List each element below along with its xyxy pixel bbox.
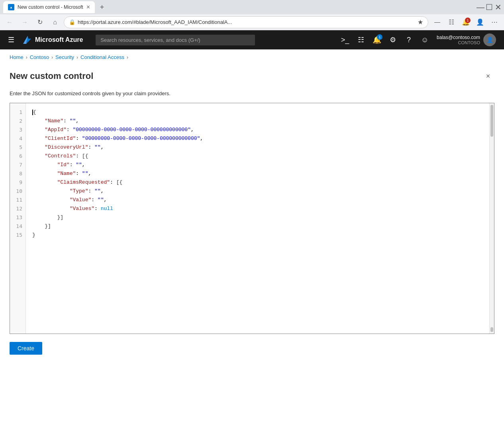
toolbar-actions: ⸻ ☷ 🔔 1 👤 ⋯ xyxy=(431,16,501,29)
breadcrumb-sep-2: › xyxy=(51,55,53,60)
azure-search[interactable] xyxy=(96,35,255,45)
line-numbers: 1 2 3 4 5 6 7 8 9 10 11 12 13 14 15 xyxy=(10,103,26,334)
browser-chrome: New custom control - Microsoft × + — ☐ ✕… xyxy=(0,0,504,30)
hamburger-menu-button[interactable]: ☰ xyxy=(5,32,18,47)
line-num-12: 12 xyxy=(10,204,25,213)
back-button[interactable]: ← xyxy=(3,16,16,29)
new-tab-button[interactable]: + xyxy=(96,2,108,13)
scroll-thumb-bottom xyxy=(490,327,493,332)
extensions-button[interactable]: ⸻ xyxy=(431,16,443,29)
line-num-7: 7 xyxy=(10,161,25,169)
more-button[interactable]: ⋯ xyxy=(488,16,501,29)
line-num-6: 6 xyxy=(10,152,25,161)
breadcrumb-conditional-access[interactable]: Conditional Access xyxy=(80,54,124,60)
directory-button[interactable]: ☷ xyxy=(354,33,368,47)
feedback-button[interactable]: ☺ xyxy=(418,33,432,47)
create-button[interactable]: Create xyxy=(10,342,42,355)
home-button[interactable]: ⌂ xyxy=(49,16,61,29)
azure-logo[interactable]: Microsoft Azure xyxy=(22,35,83,45)
main-content: Home › Contoso › Security › Conditional … xyxy=(0,49,504,428)
azure-logo-text: Microsoft Azure xyxy=(35,36,83,43)
url-text: https://portal.azure.com/#blade/Microsof… xyxy=(78,19,415,25)
bell-button[interactable]: 🔔 1 xyxy=(370,33,384,47)
line-num-5: 5 xyxy=(10,143,25,152)
header-right: >_ ☷ 🔔 1 ⚙ ? ☺ balas@contoso.com CONTOSO… xyxy=(338,32,499,48)
breadcrumb-sep-3: › xyxy=(76,55,78,60)
favicon-icon xyxy=(8,4,14,10)
user-text: balas@contoso.com CONTOSO xyxy=(437,35,480,45)
breadcrumb-sep-4: › xyxy=(127,55,128,60)
profile-button[interactable]: 👤 xyxy=(474,16,486,29)
cloud-shell-button[interactable]: >_ xyxy=(338,33,352,47)
line-num-3: 3 xyxy=(10,126,25,134)
address-bar[interactable]: 🔒 https://portal.azure.com/#blade/Micros… xyxy=(64,16,428,28)
lock-icon: 🔒 xyxy=(69,19,75,25)
scroll-thumb-top xyxy=(490,105,493,137)
tab-title: New custom control - Microsoft xyxy=(18,4,83,10)
breadcrumb-security[interactable]: Security xyxy=(55,54,74,60)
settings-button[interactable]: ⚙ xyxy=(386,33,400,47)
line-num-15: 15 xyxy=(10,231,25,240)
line-num-11: 11 xyxy=(10,196,25,204)
panel-title: New custom control xyxy=(10,71,93,81)
browser-tab[interactable]: New custom control - Microsoft × xyxy=(3,1,95,13)
breadcrumb-home[interactable]: Home xyxy=(10,54,24,60)
maximize-button[interactable]: ☐ xyxy=(486,4,492,10)
browser-toolbar: ← → ↻ ⌂ 🔒 https://portal.azure.com/#blad… xyxy=(0,14,504,30)
line-num-10: 10 xyxy=(10,187,25,196)
notif-badge: 1 xyxy=(465,18,471,23)
line-num-9: 9 xyxy=(10,178,25,187)
help-button[interactable]: ? xyxy=(402,33,416,47)
azure-logo-icon xyxy=(22,35,32,45)
azure-header: ☰ Microsoft Azure >_ ☷ 🔔 1 ⚙ ? ☺ balas@c… xyxy=(0,30,504,49)
window-controls: — ☐ ✕ xyxy=(478,4,501,10)
refresh-button[interactable]: ↻ xyxy=(33,16,46,29)
user-tenant: CONTOSO xyxy=(437,40,480,45)
line-num-2: 2 xyxy=(10,117,25,126)
user-avatar: 👤 xyxy=(483,33,496,46)
line-num-4: 4 xyxy=(10,134,25,143)
panel-container: New custom control × Enter the JSON for … xyxy=(0,65,504,428)
json-content[interactable]: { "Name": "", "AppId": "00000000-0000-00… xyxy=(26,103,489,334)
panel-header: New custom control × xyxy=(10,65,494,90)
bookmark-icon[interactable]: ★ xyxy=(418,18,423,26)
json-scrollbar[interactable] xyxy=(489,103,494,334)
description-text: Enter the JSON for customized controls g… xyxy=(10,90,494,96)
breadcrumb-sep-1: › xyxy=(26,55,27,60)
close-window-button[interactable]: ✕ xyxy=(495,4,501,10)
close-panel-button[interactable]: × xyxy=(482,70,494,82)
line-num-1: 1 xyxy=(10,108,25,117)
forward-button[interactable]: → xyxy=(18,16,31,29)
tab-close-button[interactable]: × xyxy=(86,4,90,10)
notifications-button[interactable]: 🔔 1 xyxy=(459,16,472,29)
browser-titlebar: New custom control - Microsoft × + — ☐ ✕ xyxy=(0,0,504,14)
search-input[interactable] xyxy=(96,35,255,45)
line-num-13: 13 xyxy=(10,213,25,222)
line-num-8: 8 xyxy=(10,169,25,178)
minimize-button[interactable]: — xyxy=(478,4,483,10)
user-info[interactable]: balas@contoso.com CONTOSO 👤 xyxy=(433,32,499,48)
json-editor[interactable]: 1 2 3 4 5 6 7 8 9 10 11 12 13 14 15 { "N… xyxy=(10,103,494,334)
header-notif-badge: 1 xyxy=(377,34,382,40)
breadcrumb: Home › Contoso › Security › Conditional … xyxy=(0,49,504,65)
panel-footer: Create xyxy=(10,334,494,363)
line-num-14: 14 xyxy=(10,222,25,231)
breadcrumb-contoso[interactable]: Contoso xyxy=(30,54,49,60)
collections-button[interactable]: ☷ xyxy=(445,16,458,29)
user-email: balas@contoso.com xyxy=(437,35,480,40)
